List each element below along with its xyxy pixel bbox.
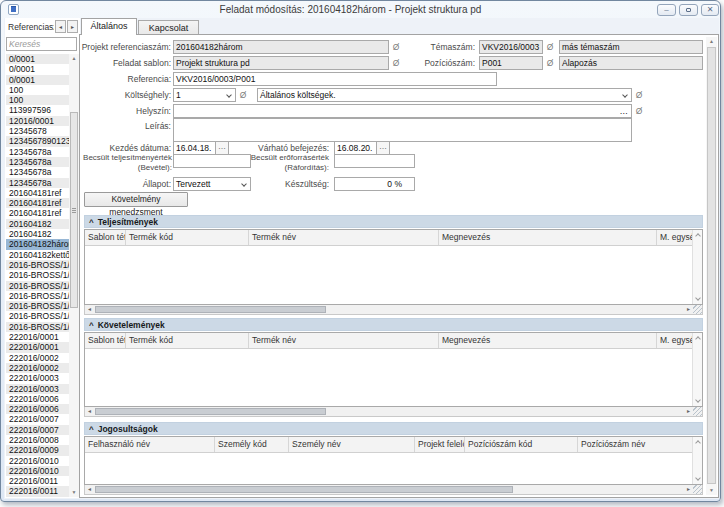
feladat-sablon-field[interactable]: Projekt struktura pd xyxy=(173,56,389,70)
kovetelmeny-menedzsment-button[interactable]: Követelmény menedzsment xyxy=(84,192,188,207)
list-item[interactable]: 201604182 xyxy=(6,219,69,229)
tab-altalanos[interactable]: Általános xyxy=(81,18,137,35)
scroll-up-icon[interactable] xyxy=(695,233,701,239)
keszultseg-field[interactable]: 0 % xyxy=(334,177,415,191)
table-hscrollbar[interactable]: ◂ ▸ xyxy=(84,305,703,315)
collapse-icon[interactable]: ^ xyxy=(89,218,94,227)
page-scroll-thumb[interactable] xyxy=(707,47,716,484)
table-body[interactable] xyxy=(85,246,702,304)
table-body[interactable] xyxy=(85,349,702,406)
list-item[interactable]: 222016/0001 xyxy=(6,342,69,352)
list-item[interactable]: 222016/0008 xyxy=(6,435,69,445)
list-item[interactable]: 12016/0001 xyxy=(6,116,69,126)
attachment-icon[interactable]: Ø xyxy=(238,88,248,102)
list-item[interactable]: 0/0001 xyxy=(6,54,69,64)
list-item[interactable]: 0/0001 xyxy=(6,64,69,74)
sidebar-scrollbar[interactable]: ▲ ▼ xyxy=(69,54,79,497)
list-item[interactable]: 12345678a xyxy=(6,167,69,177)
maximize-button[interactable] xyxy=(679,4,698,16)
list-item[interactable]: 222016/0007 xyxy=(6,414,69,424)
table-body[interactable] xyxy=(85,453,702,484)
varhato-date-field[interactable]: 16.08.20. … xyxy=(334,141,390,155)
close-button[interactable]: ✕ xyxy=(701,4,719,16)
list-item[interactable]: 222016/0009 xyxy=(6,445,69,455)
list-item[interactable]: 222016/0001 xyxy=(6,332,69,342)
list-item[interactable]: 12345678a xyxy=(6,147,69,157)
column-header[interactable]: Termék kód xyxy=(126,333,249,349)
list-item[interactable]: 201604181ref xyxy=(6,188,69,198)
column-header[interactable]: Megnevezés xyxy=(439,333,657,349)
date-picker-button[interactable]: … xyxy=(215,142,228,154)
search-input[interactable] xyxy=(6,37,77,51)
kezdes-date-field[interactable]: 16.04.18. … xyxy=(173,141,229,155)
section-header[interactable]: ^Jogosultságok xyxy=(84,422,703,435)
projekt-ref-field[interactable]: 201604182három xyxy=(173,40,389,54)
chevron-down-icon[interactable] xyxy=(226,92,232,98)
table-vscrollbar[interactable] xyxy=(692,333,702,406)
collapse-icon[interactable]: ^ xyxy=(89,321,94,330)
column-header[interactable]: Termék név xyxy=(249,333,439,349)
scroll-left-icon[interactable]: ◂ xyxy=(85,305,94,314)
leiras-textarea[interactable] xyxy=(173,118,632,142)
list-item[interactable]: 222016/0011 xyxy=(6,476,69,486)
nav-prev-button[interactable]: ◂ xyxy=(55,20,66,33)
list-item[interactable]: 222016/0002 xyxy=(6,363,69,373)
list-item[interactable]: 2016-BROSS/1/Pr xyxy=(6,311,69,321)
column-header[interactable]: Termék kód xyxy=(126,230,249,246)
table-hscrollbar[interactable]: ◂ ▸ xyxy=(84,485,703,495)
scroll-up-icon[interactable] xyxy=(695,440,701,446)
hscroll-thumb[interactable] xyxy=(95,408,326,415)
koltseghely-code-combo[interactable]: 1 xyxy=(173,88,236,102)
tab-kapcsolat[interactable]: Kapcsolat xyxy=(138,20,199,35)
list-item[interactable]: 2016-BROSS/1/Pr xyxy=(6,291,69,301)
temaszam-field[interactable]: VKV2016/0003 xyxy=(479,40,543,54)
scroll-up-icon[interactable]: ▲ xyxy=(69,54,79,63)
pozicioszam-field[interactable]: P001 xyxy=(479,56,543,70)
column-header[interactable]: Termék név xyxy=(249,230,439,246)
column-header[interactable]: Pozíciószám név xyxy=(578,437,692,453)
attachment-icon[interactable]: Ø xyxy=(634,88,644,102)
table-vscrollbar[interactable] xyxy=(692,230,702,304)
minimize-button[interactable]: – xyxy=(657,4,676,16)
list-item[interactable]: 12345678a xyxy=(6,178,69,188)
list-item[interactable]: 0/0001 xyxy=(6,75,69,85)
scroll-up-icon[interactable] xyxy=(695,336,701,342)
column-header[interactable]: Pozíciószám kód xyxy=(465,437,578,453)
hscroll-thumb[interactable] xyxy=(95,306,326,313)
column-header[interactable]: Személy kód xyxy=(215,437,289,453)
attachment-icon[interactable]: Ø xyxy=(545,40,555,54)
scroll-down-icon[interactable]: ▼ xyxy=(706,486,717,495)
attachment-icon[interactable]: Ø xyxy=(634,104,644,118)
list-item[interactable]: 100 xyxy=(6,85,69,95)
browse-icon[interactable]: … xyxy=(620,105,629,117)
column-header[interactable]: Megnevezés xyxy=(439,230,657,246)
referencia-field[interactable]: VKV2016/0003/P001 xyxy=(173,72,497,86)
scroll-right-icon[interactable]: ▸ xyxy=(684,407,693,416)
list-item[interactable]: 113997596 xyxy=(6,105,69,115)
column-header[interactable]: Sablon tétel xyxy=(85,230,126,246)
scroll-up-icon[interactable]: ▲ xyxy=(706,37,717,46)
column-header[interactable]: Személy név xyxy=(289,437,415,453)
list-item[interactable]: 2016-BROSS/1/Pr xyxy=(6,260,69,270)
list-item[interactable]: 2016-BROSS/1/Pr xyxy=(6,270,69,280)
section-header[interactable]: ^Teljesítmények xyxy=(84,215,703,228)
titlebar[interactable]: Feladat módosítás: 201604182három - Proj… xyxy=(1,1,720,18)
resize-grip[interactable] xyxy=(693,485,702,494)
hscroll-thumb[interactable] xyxy=(95,486,513,493)
nav-next-button[interactable]: ▸ xyxy=(67,20,78,33)
list-item[interactable]: 222016/0006 xyxy=(6,404,69,414)
koltseghely-name-combo[interactable]: Általános költségek. xyxy=(257,88,632,102)
list-item[interactable]: 201604182 xyxy=(6,229,69,239)
section-header[interactable]: ^Követelemények xyxy=(84,318,703,331)
list-item[interactable]: 201604182kettő xyxy=(6,250,69,260)
scroll-down-icon[interactable] xyxy=(695,397,701,403)
date-picker-button[interactable]: … xyxy=(376,142,389,154)
column-header[interactable]: Sablon tétel xyxy=(85,333,126,349)
page-scrollbar[interactable]: ▲ ▼ xyxy=(706,37,717,495)
list-item[interactable]: 12345678 xyxy=(6,126,69,136)
collapse-icon[interactable]: ^ xyxy=(89,425,94,434)
scroll-down-icon[interactable] xyxy=(695,475,701,481)
list-item[interactable]: 100 xyxy=(6,95,69,105)
list-item[interactable]: 201604182három xyxy=(6,239,69,249)
scroll-right-icon[interactable]: ▸ xyxy=(684,305,693,314)
